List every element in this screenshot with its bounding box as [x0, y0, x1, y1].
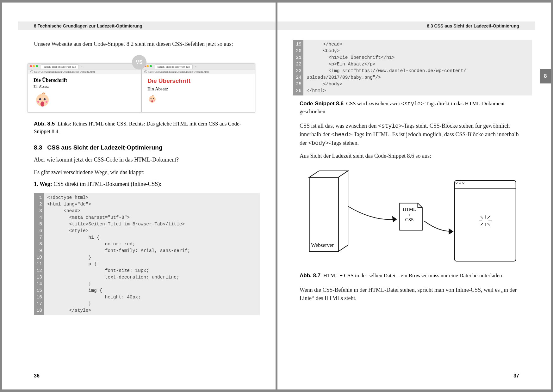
running-head-right: 8.3 CSS aus Sicht der Ladezeit-Optimieru…	[277, 21, 535, 30]
page-spread: 8 Technische Grundlagen zur Ladezeit-Opt…	[2, 3, 551, 389]
svg-point-2	[44, 98, 46, 100]
diagram-label-doc: HTML + CSS	[401, 207, 417, 223]
svg-point-11	[149, 100, 150, 101]
svg-point-12	[154, 100, 155, 101]
running-head-left: 8 Technische Grundlagen zur Ladezeit-Opt…	[18, 21, 276, 30]
svg-marker-17	[393, 217, 396, 222]
svg-point-7	[40, 101, 44, 107]
intro-paragraph: Unsere Webseite aus dem Code-Snippet 8.2…	[34, 40, 247, 48]
address-bar: ⓘ file:///Users/danielknoden/Desktop/mei…	[142, 69, 255, 74]
code-gutter: 1 2 3 4 5 6 7 8 9 10 11 12 13 14 15 16 1…	[34, 193, 44, 315]
svg-marker-18	[449, 229, 453, 234]
para-ladezeit: Aus Sicht der Ladezeit sieht das Code-Sn…	[300, 152, 519, 160]
plain-heading: Die Überschrift	[34, 77, 135, 83]
section-heading-8-3: 8.3 CSS aus Sicht der Ladezeit-Optimieru…	[34, 144, 247, 151]
page-number: 36	[34, 373, 40, 379]
figure-8-7-caption: Abb. 8.7 HTML + CSS in der selben Datei …	[300, 272, 519, 279]
svg-point-1	[39, 98, 41, 100]
way-1: 1. Weg: CSS direkt im HTML-Dokument (Inl…	[34, 181, 247, 187]
svg-marker-15	[338, 171, 348, 252]
browser-css: Seiten-Titel im Browser-Tab × ⓘ file:///…	[141, 63, 255, 113]
page-37: 8.3 CSS aus Sicht der Ladezeit-Optimieru…	[277, 3, 551, 389]
svg-point-13	[151, 100, 153, 102]
vs-badge: VS	[132, 55, 146, 70]
figure-8-7: Webserver HTML + CSS ○○○	[300, 164, 519, 269]
baby-icon	[34, 91, 135, 110]
para-css-blocks: CSS ist all das, was zwischen den <style…	[300, 122, 519, 147]
browser-tab-label: Seiten-Titel im Browser-Tab	[41, 64, 79, 69]
css-heading: Die Überschrift	[147, 77, 249, 84]
figure-8-5: VS Seiten-Titel im Browser-Tab × ⓘ file:…	[15, 54, 266, 117]
svg-point-4	[45, 99, 45, 99]
page-36: 8 Technische Grundlagen zur Ladezeit-Opt…	[2, 3, 276, 389]
svg-point-9	[151, 98, 152, 99]
para-inline-css: Wenn die CSS-Befehle in der HTML-Datei s…	[300, 286, 519, 302]
svg-point-3	[40, 99, 41, 99]
address-bar: ⓘ file:///Users/danielknoden/Desktop/mei…	[28, 69, 141, 74]
browser-plain: Seiten-Titel im Browser-Tab × ⓘ file:///…	[28, 63, 141, 113]
css-paragraph: Ein Absatz	[147, 86, 249, 92]
diagram-browser-dots: ○○○	[455, 180, 465, 185]
figure-8-5-caption: Abb. 8.5 Links: Reines HTML ohne CSS. Re…	[34, 120, 247, 135]
question-1: Aber wie kommt jetzt der CSS-Code in das…	[34, 156, 247, 164]
code-body: </head> <body> <h1>Die Überschrift</h1> …	[303, 40, 532, 95]
svg-point-6	[46, 101, 47, 103]
browser-tab-label: Seiten-Titel im Browser-Tab	[155, 64, 193, 69]
baby-icon	[147, 94, 249, 105]
page-number: 37	[513, 373, 519, 379]
code-snippet-8-6-caption: Code-Snippet 8.6 CSS wird zwischen zwei …	[300, 100, 519, 115]
diagram-label-server: Webserver	[311, 242, 334, 248]
code-snippet-right: 19 20 21 22 23 24 25 26 </head> <body> <…	[293, 40, 532, 95]
svg-rect-16	[309, 177, 339, 252]
thumb-tab: 8	[540, 69, 551, 83]
svg-point-5	[37, 101, 39, 103]
code-gutter: 19 20 21 22 23 24 25 26	[293, 40, 303, 95]
window-dots-icon	[30, 65, 38, 68]
plain-paragraph: Ein Absatz	[34, 84, 135, 88]
svg-point-10	[153, 98, 154, 99]
svg-rect-19	[455, 181, 516, 261]
code-snippet-left: 1 2 3 4 5 6 7 8 9 10 11 12 13 14 15 16 1…	[34, 193, 260, 315]
question-2: Es gibt zwei verschiedene Wege, wie das …	[34, 168, 247, 176]
code-body: <!doctype html> <html lang="de"> <head> …	[44, 193, 260, 315]
